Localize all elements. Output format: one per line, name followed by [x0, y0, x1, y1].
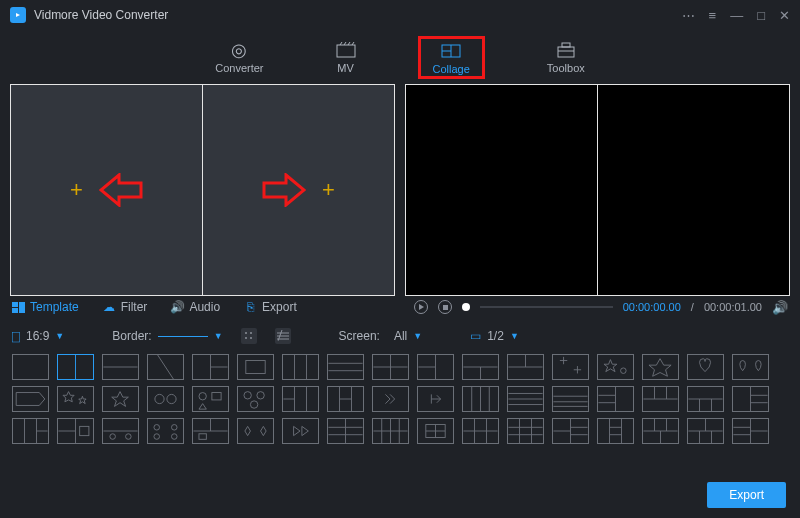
template-item[interactable]	[642, 386, 679, 412]
template-item[interactable]	[372, 354, 409, 380]
template-item[interactable]	[12, 354, 49, 380]
svg-point-90	[154, 425, 160, 431]
template-item[interactable]	[372, 386, 409, 412]
tab-audio[interactable]: 🔊 Audio	[171, 300, 220, 314]
titlebar: Vidmore Video Converter ⋯ ≡ — □ ✕	[0, 0, 800, 30]
template-item[interactable]	[732, 354, 769, 380]
template-item[interactable]	[282, 386, 319, 412]
template-item[interactable]	[237, 386, 274, 412]
template-item[interactable]	[687, 354, 724, 380]
template-item[interactable]	[102, 354, 139, 380]
feedback-icon[interactable]: ⋯	[682, 8, 695, 23]
volume-icon[interactable]: 🔊	[772, 300, 788, 315]
preview-canvas	[405, 84, 790, 296]
svg-point-10	[245, 332, 247, 334]
template-item[interactable]	[732, 418, 769, 444]
template-item[interactable]	[237, 354, 274, 380]
maximize-icon[interactable]: □	[757, 8, 765, 23]
canvas-cell-left[interactable]: +	[11, 85, 202, 295]
template-item[interactable]	[372, 418, 409, 444]
tab-export[interactable]: ⎘ Export	[244, 300, 297, 314]
tab-filter[interactable]: ☁ Filter	[103, 300, 148, 314]
template-item[interactable]	[102, 386, 139, 412]
close-icon[interactable]: ✕	[779, 8, 790, 23]
template-item[interactable]	[102, 418, 139, 444]
template-item[interactable]	[507, 354, 544, 380]
svg-marker-50	[199, 404, 206, 410]
template-item[interactable]	[327, 418, 364, 444]
playhead[interactable]	[462, 303, 470, 311]
add-media-icon[interactable]: +	[70, 177, 83, 203]
collage-icon	[441, 41, 461, 61]
add-media-icon[interactable]: +	[322, 177, 335, 203]
svg-marker-42	[649, 359, 671, 377]
time-current: 00:00:00.00	[623, 301, 681, 313]
svg-point-93	[172, 434, 178, 440]
template-item[interactable]	[417, 386, 454, 412]
template-item[interactable]	[147, 354, 184, 380]
template-item[interactable]	[417, 354, 454, 380]
svg-rect-23	[246, 361, 265, 374]
nav-toolbox[interactable]: Toolbox	[537, 36, 595, 78]
screen-select[interactable]: Screen: All ▼	[339, 329, 423, 343]
template-item[interactable]	[597, 418, 634, 444]
template-item[interactable]	[552, 386, 589, 412]
nav-mv[interactable]: MV	[326, 36, 366, 78]
template-item[interactable]	[57, 354, 94, 380]
template-item[interactable]	[462, 386, 499, 412]
svg-point-46	[155, 394, 164, 403]
template-item[interactable]	[147, 386, 184, 412]
timeline-track[interactable]	[480, 306, 613, 308]
template-item[interactable]	[597, 354, 634, 380]
border-select[interactable]: Border: ▼	[112, 329, 222, 343]
tab-template[interactable]: Template	[12, 300, 79, 314]
template-item[interactable]	[192, 418, 229, 444]
template-item[interactable]	[282, 418, 319, 444]
template-item[interactable]	[12, 418, 49, 444]
stop-button[interactable]	[438, 300, 452, 314]
aspect-ratio-select[interactable]: ⎕ 16:9 ▼	[12, 329, 64, 344]
template-item[interactable]	[732, 386, 769, 412]
template-item[interactable]	[642, 418, 679, 444]
template-item[interactable]	[237, 418, 274, 444]
svg-point-88	[110, 434, 116, 440]
template-item[interactable]	[327, 386, 364, 412]
template-item[interactable]	[507, 418, 544, 444]
svg-marker-44	[79, 396, 86, 403]
template-item[interactable]	[462, 418, 499, 444]
template-item[interactable]	[192, 354, 229, 380]
time-sep: /	[691, 301, 694, 313]
ratio-icon: ⎕	[12, 329, 20, 344]
template-item[interactable]	[282, 354, 319, 380]
page-select[interactable]: ▭ 1/2 ▼	[470, 329, 519, 343]
chevron-down-icon: ▼	[413, 331, 422, 341]
template-item[interactable]	[552, 418, 589, 444]
svg-point-89	[126, 434, 132, 440]
template-item[interactable]	[12, 386, 49, 412]
template-item[interactable]	[327, 354, 364, 380]
svg-point-51	[244, 392, 251, 399]
template-item[interactable]	[192, 386, 229, 412]
border-color-button[interactable]	[241, 328, 257, 344]
export-button[interactable]: Export	[707, 482, 786, 508]
template-item[interactable]	[687, 418, 724, 444]
collage-canvas[interactable]: + +	[10, 84, 395, 296]
template-item[interactable]	[57, 386, 94, 412]
svg-rect-86	[80, 426, 89, 435]
template-item[interactable]	[552, 354, 589, 380]
template-item[interactable]	[462, 354, 499, 380]
nav-converter[interactable]: ◎ Converter	[205, 36, 273, 78]
template-item[interactable]	[507, 386, 544, 412]
menu-icon[interactable]: ≡	[709, 8, 717, 23]
template-item[interactable]	[147, 418, 184, 444]
template-item[interactable]	[687, 386, 724, 412]
nav-collage[interactable]: Collage	[418, 36, 485, 79]
canvas-cell-right[interactable]: +	[202, 85, 394, 295]
template-item[interactable]	[417, 418, 454, 444]
template-item[interactable]	[597, 386, 634, 412]
play-button[interactable]	[414, 300, 428, 314]
minimize-icon[interactable]: —	[730, 8, 743, 23]
template-item[interactable]	[642, 354, 679, 380]
template-item[interactable]	[57, 418, 94, 444]
border-pattern-button[interactable]	[275, 328, 291, 344]
